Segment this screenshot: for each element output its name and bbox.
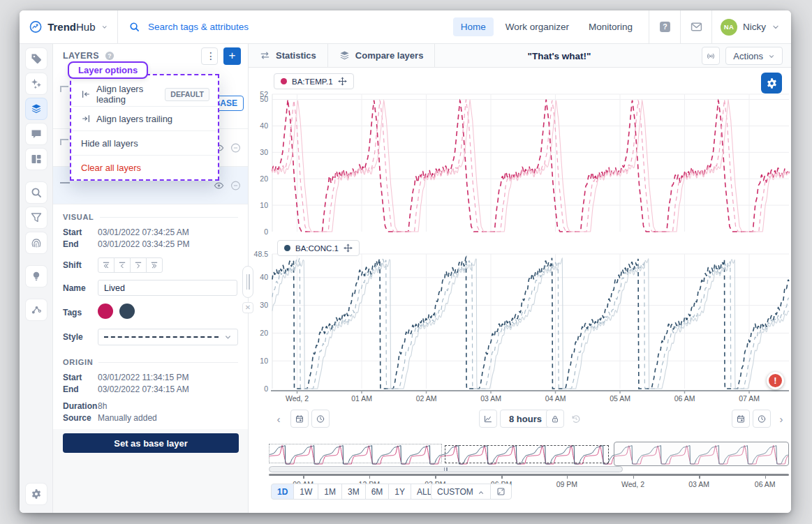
menu-item-label: Clear all layers (81, 163, 141, 173)
menu-item-clear-all-layers[interactable]: Clear all layers (71, 156, 218, 179)
chart-conc[interactable]: 48.5403020100Wed, 201 AM02 AM03 AM04 AM0… (249, 241, 791, 415)
scale-mode-button[interactable] (479, 410, 497, 428)
shift-b-button[interactable] (114, 257, 131, 273)
align-trailing-icon (81, 114, 91, 123)
chevron-down-icon (224, 334, 232, 341)
shift-f-button[interactable] (130, 257, 147, 273)
series-pill-temp[interactable]: BA:TEMP.1 (274, 73, 354, 89)
shift-b-icon (118, 261, 126, 269)
layer-options-button[interactable]: ⋮ (201, 47, 218, 65)
brand-chevron-icon[interactable] (101, 23, 108, 31)
clock-icon (758, 414, 766, 424)
panel-close-button[interactable]: ✕ (242, 302, 253, 313)
overview-scroll-thumb[interactable] (269, 466, 623, 472)
gear-icon (31, 488, 42, 500)
dashed-line-sample (104, 336, 219, 338)
sidebar-item-search[interactable] (26, 182, 47, 203)
visibility-toggle-icon[interactable] (214, 180, 224, 190)
sidebar-item-sparkles[interactable] (26, 73, 47, 94)
range-6m-button[interactable]: 6M (365, 484, 390, 500)
compare-layers-button[interactable]: Compare layers (328, 44, 436, 67)
shift-ff-button[interactable] (146, 257, 163, 273)
svg-text:0: 0 (264, 384, 268, 393)
source-label: Source (63, 413, 98, 423)
menu-item-align-layers-leading[interactable]: Align layers leadingDEFAULT (71, 82, 218, 106)
search-input[interactable] (147, 21, 356, 33)
default-badge: DEFAULT (165, 88, 209, 101)
nav-item-work-organizer[interactable]: Work organizer (498, 17, 577, 36)
range-1w-button[interactable]: 1W (293, 484, 318, 500)
inbox-button[interactable] (681, 10, 711, 44)
shift-bb-button[interactable] (98, 257, 115, 273)
chart-temp[interactable]: 5250403020100 (249, 70, 791, 239)
overview-scrollbar[interactable] (269, 466, 789, 472)
layers-help-icon[interactable]: ? (105, 51, 115, 61)
start-label: Start (63, 373, 98, 382)
pan-right-button[interactable]: › (774, 410, 789, 428)
move-icon[interactable] (338, 77, 347, 86)
move-icon[interactable] (344, 244, 353, 253)
source-value: Manually added (98, 413, 157, 423)
remove-layer-icon[interactable] (230, 180, 241, 190)
remove-layer-icon[interactable] (230, 142, 241, 153)
add-layer-button[interactable]: + (223, 47, 241, 65)
panel-resize-handle[interactable] (242, 266, 253, 298)
end-time-button[interactable] (753, 410, 771, 428)
chart-settings-button[interactable] (761, 73, 782, 93)
pan-left-button[interactable]: ‹ (271, 410, 286, 428)
sidebar-item-funnel[interactable] (26, 207, 47, 228)
layer-name-input[interactable] (98, 280, 237, 296)
origin-start-value: 03/01/2022 11:34:15 PM (98, 373, 189, 382)
menu-item-align-layers-trailing[interactable]: Align layers trailing (71, 107, 218, 130)
series-label: BA:TEMP.1 (292, 77, 333, 86)
overview-region-3[interactable] (614, 442, 789, 466)
overview-region-2[interactable] (445, 445, 609, 463)
range-1m-button[interactable]: 1M (318, 484, 342, 500)
duration-label: Duration (63, 401, 98, 411)
menu-item-hide-all-layers[interactable]: Hide all layers (71, 131, 218, 155)
custom-range-button[interactable]: CUSTOM (431, 484, 491, 500)
history-button[interactable] (567, 410, 585, 428)
actions-button[interactable]: Actions (725, 47, 783, 65)
tag-color-dot[interactable] (119, 304, 135, 319)
sidebar-item-gear[interactable] (26, 484, 47, 504)
sidebar-item-tag[interactable] (26, 48, 47, 69)
user-menu[interactable]: NA Nicky (712, 19, 791, 36)
svg-text:0: 0 (264, 227, 268, 236)
statistics-button[interactable]: Statistics (249, 44, 328, 67)
live-mode-button[interactable] (702, 47, 720, 65)
start-time-button[interactable] (311, 410, 330, 428)
series-pill-conc[interactable]: BA:CONC.1 (277, 240, 360, 256)
nav-item-monitoring[interactable]: Monitoring (581, 17, 640, 36)
layers-icon (31, 103, 42, 114)
range-1y-button[interactable]: 1Y (388, 484, 411, 500)
global-search[interactable] (118, 21, 369, 33)
set-base-layer-button[interactable]: Set as base layer (63, 433, 239, 453)
end-date-button[interactable] (732, 410, 750, 428)
name-label: Name (63, 283, 98, 293)
style-select[interactable] (98, 329, 238, 345)
sidebar-item-layers[interactable] (26, 98, 47, 119)
brand[interactable]: TrendHub (20, 19, 117, 35)
alert-badge[interactable]: ! (767, 372, 784, 389)
overview-strip[interactable] (269, 443, 789, 465)
lock-duration-button[interactable] (546, 410, 564, 428)
nav-item-home[interactable]: Home (453, 17, 494, 36)
end-label: End (63, 239, 98, 249)
overview-region-1[interactable] (269, 444, 442, 463)
sidebar-item-chat[interactable] (26, 123, 47, 144)
sidebar-item-network[interactable] (26, 299, 47, 320)
duration-button[interactable]: 8 hours (500, 410, 551, 428)
custom-range-expand-button[interactable] (490, 484, 512, 500)
help-button[interactable]: ? (649, 10, 680, 44)
tags-label: Tags (63, 308, 98, 317)
range-3m-button[interactable]: 3M (341, 484, 366, 500)
main-area: Statistics Compare layers "That's what!"… (249, 44, 791, 513)
sidebar-item-fingerprint[interactable] (26, 232, 47, 253)
sidebar-item-dashboard[interactable] (26, 149, 47, 170)
start-date-button[interactable] (290, 410, 309, 428)
layer-preview-stub (60, 139, 68, 145)
tag-color-dot[interactable] (98, 304, 113, 319)
range-1d-button[interactable]: 1D (271, 484, 294, 500)
sidebar-item-bulb[interactable] (26, 266, 47, 287)
